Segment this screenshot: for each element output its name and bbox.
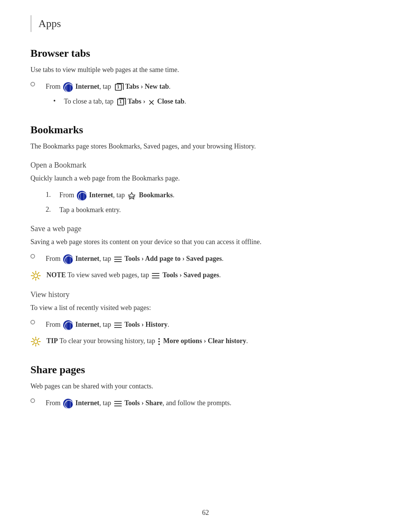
note-tools-saved: Tools › Saved pages (162, 271, 219, 279)
num-1: 1. (46, 190, 59, 200)
circle-icon-4 (30, 398, 35, 403)
tools-history: Tools › History (124, 321, 167, 328)
save-webpage-item-1: From Internet, tap Tools › Add page to ›… (30, 253, 381, 264)
internet-label-4: Internet (75, 321, 99, 328)
save-webpage-item-1-text: From Internet, tap Tools › Add page to ›… (46, 253, 223, 264)
share-pages-item-1-text: From Internet, tap Tools › Share, and fo… (46, 398, 231, 409)
bookmark-step-1: 1. From Internet, tap Bookmarks. (46, 190, 381, 201)
tip-sun-icon (30, 335, 46, 347)
note-sun-icon-1 (30, 270, 46, 281)
circle-bullet-3 (30, 319, 46, 324)
internet-label-2: Internet (89, 191, 113, 199)
internet-label-5: Internet (75, 399, 99, 407)
section-browser-tabs: Browser tabs Use tabs to view multiple w… (30, 47, 381, 107)
header-title: Apps (38, 15, 61, 32)
internet-icon-1 (63, 82, 73, 92)
svg-line-18 (38, 339, 39, 340)
bookmarks-label-1: Bookmarks (139, 191, 173, 199)
menu-icon-1 (114, 257, 122, 262)
bookmarks-icon-1 (127, 192, 137, 200)
view-history-tip: TIP To clear your browsing history, tap … (30, 335, 381, 347)
menu-icon-3 (114, 323, 122, 328)
browser-tabs-subitem-1: • To close a tab, tap 1 Tabs › Close tab… (53, 96, 381, 107)
menu-icon-2 (152, 273, 159, 278)
sub-bullet-1: • (53, 96, 61, 106)
view-history-item-1: From Internet, tap Tools › History. (30, 319, 381, 330)
svg-point-11 (34, 340, 38, 343)
circle-icon-3 (30, 320, 35, 324)
tabs-new-tab: Tabs › New tab (125, 83, 169, 90)
internet-icon-3 (63, 254, 73, 264)
tools-share: Tools › Share (124, 399, 162, 407)
num-2: 2. (46, 204, 59, 215)
share-pages-title: Share pages (30, 364, 381, 376)
save-webpage-note: NOTE To view saved web pages, tap Tools … (30, 270, 381, 281)
section-bookmarks: Bookmarks The Bookmarks page stores Book… (30, 124, 381, 347)
page-container: Apps Browser tabs Use tabs to view multi… (0, 0, 411, 456)
menu-icon-4 (114, 401, 122, 406)
svg-line-19 (33, 344, 34, 345)
page-header: Apps (30, 15, 381, 32)
svg-line-7 (33, 273, 34, 274)
share-pages-item-1: From Internet, tap Tools › Share, and fo… (30, 398, 381, 409)
view-history-subtitle: View history (30, 290, 381, 299)
save-webpage-subtitle: Save a web page (30, 224, 381, 233)
section-share-pages: Share pages Web pages can be shared with… (30, 364, 381, 409)
open-bookmark-list: 1. From Internet, tap Bookmarks. (46, 190, 381, 216)
svg-line-16 (33, 339, 34, 340)
svg-point-2 (34, 274, 38, 278)
browser-tabs-desc: Use tabs to view multiple web pages at t… (30, 65, 381, 75)
tip-label-1: TIP (46, 337, 58, 345)
open-bookmark-subtitle: Open a Bookmark (30, 161, 381, 169)
tabs-close-label: Tabs › (127, 97, 145, 105)
circle-bullet-2 (30, 253, 46, 259)
view-history-item-1-text: From Internet, tap Tools › History. (46, 319, 169, 330)
svg-line-9 (38, 273, 39, 274)
sun-svg-1 (30, 270, 41, 281)
bookmark-step-1-text: From Internet, tap Bookmarks. (59, 190, 175, 201)
bookmark-step-2-text: Tap a bookmark entry. (59, 204, 121, 216)
close-icon-1 (148, 99, 155, 105)
browser-tabs-item-1-text: From Internet, tap 1 Tabs › New tab. (46, 81, 170, 92)
tabs-icon-inner-1: 1 (115, 84, 122, 91)
bookmark-step-2: 2. Tap a bookmark entry. (46, 204, 381, 216)
page-number: 62 (0, 509, 411, 517)
browser-tabs-item-1: From Internet, tap 1 Tabs › New tab. (30, 81, 381, 92)
svg-line-8 (38, 278, 39, 279)
open-bookmark-desc: Quickly launch a web page from the Bookm… (30, 173, 381, 184)
internet-icon-4 (63, 320, 73, 330)
dots-icon-1 (158, 338, 161, 345)
tip-text-1: TIP To clear your browsing history, tap … (46, 335, 248, 347)
header-border (30, 15, 32, 32)
bookmarks-desc: The Bookmarks page stores Bookmarks, Sav… (30, 141, 381, 152)
save-webpage-desc: Saving a web page stores its content on … (30, 237, 381, 247)
circle-icon-1 (30, 82, 35, 86)
note-label-1: NOTE (46, 271, 66, 279)
sun-svg-2 (30, 336, 41, 347)
svg-marker-0 (128, 192, 135, 199)
circle-bullet-1 (30, 81, 46, 86)
note-text-1: NOTE To view saved web pages, tap Tools … (46, 270, 221, 281)
view-history-desc: To view a list of recently visited web p… (30, 303, 381, 313)
share-pages-desc: Web pages can be shared with your contac… (30, 381, 381, 391)
internet-icon-2 (77, 191, 87, 201)
circle-bullet-4 (30, 398, 46, 403)
tools-saved-pages: Tools › Add page to › Saved pages (124, 255, 222, 262)
svg-line-10 (33, 278, 34, 279)
internet-label-3: Internet (75, 255, 99, 262)
tip-more-options: More options › Clear history (163, 337, 246, 345)
browser-tabs-subitem-1-text: To close a tab, tap 1 Tabs › Close tab. (64, 96, 186, 107)
close-tab-label: Close tab (157, 97, 185, 105)
svg-line-17 (38, 344, 39, 345)
internet-icon-5 (63, 399, 73, 409)
tabs-icon-2: 1 (116, 97, 125, 107)
browser-tabs-title: Browser tabs (30, 47, 381, 59)
tabs-icon-inner-2: 1 (117, 99, 124, 105)
circle-icon-2 (30, 254, 35, 259)
internet-label-1: Internet (75, 83, 99, 90)
bookmarks-title: Bookmarks (30, 124, 381, 136)
tabs-icon-1: 1 (114, 83, 123, 92)
